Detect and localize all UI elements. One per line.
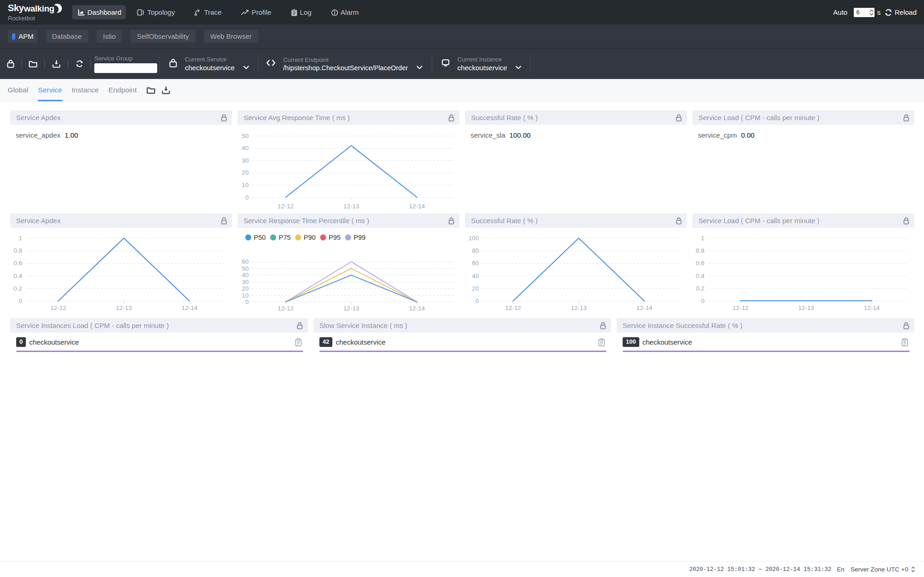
svg-text:0.4: 0.4: [13, 273, 22, 279]
svg-text:20: 20: [242, 169, 249, 176]
svg-text:0.6: 0.6: [696, 260, 704, 267]
svg-text:0: 0: [245, 194, 249, 201]
svg-text:60: 60: [472, 260, 479, 267]
svg-text:P95: P95: [329, 234, 341, 241]
svg-text:0.8: 0.8: [13, 247, 22, 254]
svg-text:0.2: 0.2: [13, 285, 22, 292]
svg-text:12-14: 12-14: [409, 305, 425, 312]
svg-text:80: 80: [472, 247, 479, 254]
svg-text:40: 40: [242, 145, 249, 152]
svg-text:40: 40: [242, 272, 249, 279]
svg-text:0.8: 0.8: [696, 247, 704, 254]
svg-text:100: 100: [468, 235, 479, 242]
svg-text:12-13: 12-13: [571, 304, 587, 311]
svg-text:10: 10: [242, 292, 249, 299]
svg-text:12-14: 12-14: [182, 304, 198, 311]
svg-text:12-12: 12-12: [278, 305, 294, 312]
svg-text:P99: P99: [354, 234, 366, 241]
svg-text:12-13: 12-13: [116, 304, 132, 311]
svg-text:60: 60: [242, 258, 249, 265]
svg-text:0: 0: [18, 298, 22, 304]
svg-text:12-13: 12-13: [798, 304, 814, 311]
svg-text:P90: P90: [304, 234, 316, 241]
svg-text:1: 1: [18, 235, 22, 242]
svg-text:P75: P75: [279, 234, 291, 241]
svg-text:12-12: 12-12: [505, 304, 521, 311]
svg-text:10: 10: [242, 182, 249, 188]
svg-text:50: 50: [242, 133, 249, 140]
svg-text:12-12: 12-12: [278, 203, 294, 210]
svg-text:20: 20: [242, 285, 249, 292]
svg-text:12-13: 12-13: [343, 305, 360, 312]
svg-text:40: 40: [472, 273, 479, 279]
svg-text:12-14: 12-14: [409, 203, 425, 210]
svg-text:50: 50: [242, 265, 249, 272]
svg-text:30: 30: [242, 157, 249, 164]
svg-text:12-12: 12-12: [50, 304, 67, 311]
svg-text:12-12: 12-12: [733, 304, 749, 311]
svg-text:20: 20: [472, 285, 479, 292]
svg-text:12-14: 12-14: [864, 304, 880, 311]
svg-text:1: 1: [701, 235, 704, 242]
svg-text:0.4: 0.4: [696, 273, 704, 279]
svg-text:30: 30: [242, 279, 249, 285]
svg-text:12-13: 12-13: [343, 203, 360, 210]
svg-text:0.2: 0.2: [696, 285, 704, 292]
svg-text:12-14: 12-14: [636, 304, 653, 311]
svg-text:0: 0: [475, 298, 479, 304]
svg-text:P50: P50: [254, 234, 266, 241]
svg-text:0: 0: [245, 298, 249, 305]
svg-text:0: 0: [701, 298, 704, 304]
svg-text:0.6: 0.6: [13, 260, 22, 267]
